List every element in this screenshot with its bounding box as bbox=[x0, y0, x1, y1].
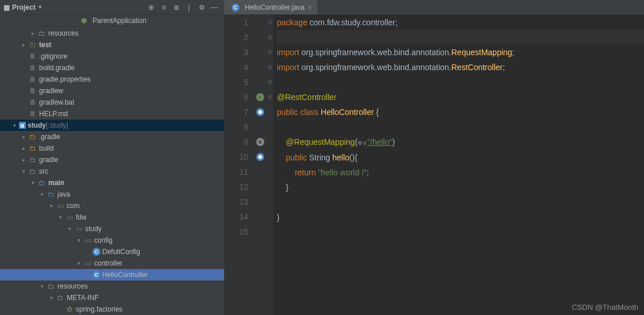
tree-arrow-icon[interactable]: ▸ bbox=[30, 30, 36, 36]
project-title[interactable]: ▦ Project ▼ bbox=[3, 3, 43, 11]
parent-app-label: ParentApplication bbox=[92, 17, 146, 25]
tree-label: HelloController bbox=[102, 271, 148, 279]
tree-arrow-icon[interactable]: ▸ bbox=[21, 134, 26, 140]
tree-label: build bbox=[39, 144, 53, 152]
tree-row-spring-factories[interactable]: ✿spring.factories bbox=[0, 304, 224, 315]
class-icon: C bbox=[232, 3, 240, 11]
code-text[interactable]: package com.fdw.study.controller; import… bbox=[273, 15, 644, 315]
hide-icon[interactable]: — bbox=[208, 1, 221, 14]
tree-label: resources bbox=[57, 282, 88, 290]
sidebar-header: ▦ Project ▼ ⊕ ≡ ≣ | ⚙ — bbox=[0, 0, 224, 15]
tree-arrow-icon[interactable]: ▾ bbox=[48, 203, 54, 209]
tree-label: META-INF bbox=[67, 294, 99, 302]
project-icon: ▦ bbox=[3, 3, 10, 11]
tree-arrow-icon[interactable]: ▸ bbox=[21, 145, 26, 151]
spring-icon: ⬢ bbox=[79, 16, 88, 25]
tree-row-gradle[interactable]: ▸🗀gradle bbox=[0, 154, 224, 166]
tree-arrow-icon[interactable]: ▾ bbox=[57, 214, 63, 220]
tree-row-hellocontroller[interactable]: CHelloController bbox=[0, 269, 224, 281]
tree-row-controller[interactable]: ▾▭controller bbox=[0, 258, 224, 269]
tree-label: build.gradle bbox=[39, 64, 75, 72]
tree-label: gradlew bbox=[39, 87, 63, 95]
tree-row--gradle[interactable]: ▸🗀.gradle bbox=[0, 131, 224, 143]
divider-icon: | bbox=[183, 1, 195, 14]
close-icon[interactable]: × bbox=[308, 3, 312, 11]
tab-hellocontroller[interactable]: C HelloController.java × bbox=[224, 0, 318, 14]
tree-row-gradlew-bat[interactable]: 🗎gradlew.bat bbox=[0, 97, 224, 108]
tree-label: resources bbox=[48, 29, 79, 37]
tab-label: HelloController.java bbox=[245, 3, 304, 11]
project-tree[interactable]: ▸🗀resources▸🗀test🗎.gitignore🗎build.gradl… bbox=[0, 26, 224, 315]
code-area[interactable]: 123456789101112131415 ✓⬢⊕⬢ ⊟⊟⊟⊟⊟⊟ packag… bbox=[224, 15, 644, 315]
tree-label: com bbox=[67, 202, 80, 210]
tree-arrow-icon[interactable]: ▾ bbox=[67, 226, 72, 232]
tree-label: study bbox=[85, 225, 102, 233]
tree-row-src[interactable]: ▾🗀src bbox=[0, 166, 224, 177]
marker-column: ✓⬢⊕⬢ bbox=[255, 15, 267, 315]
tree-label: HELP.md bbox=[39, 110, 68, 118]
tree-label: java bbox=[57, 190, 70, 198]
tree-arrow-icon[interactable]: ▾ bbox=[76, 260, 82, 266]
tree-row-main[interactable]: ▾🗀main bbox=[0, 177, 224, 189]
project-sidebar: ▦ Project ▼ ⊕ ≡ ≣ | ⚙ — ⬢ ParentApplicat… bbox=[0, 0, 224, 315]
tree-row-resources[interactable]: ▾🗀resources bbox=[0, 281, 224, 292]
tree-suffix: [:study] bbox=[46, 121, 68, 129]
tree-arrow-icon[interactable]: ▾ bbox=[21, 168, 26, 174]
tree-row-com[interactable]: ▾▭com bbox=[0, 200, 224, 212]
project-title-label: Project bbox=[12, 3, 36, 11]
tree-row-build[interactable]: ▸🗀build bbox=[0, 143, 224, 154]
gutter-marker-icon[interactable]: ⬢ bbox=[256, 108, 264, 116]
tree-row-fdw[interactable]: ▾▭fdw bbox=[0, 212, 224, 223]
tree-label: fdw bbox=[76, 213, 87, 221]
target-icon[interactable]: ⊕ bbox=[145, 1, 157, 14]
tree-arrow-icon[interactable]: ▾ bbox=[39, 191, 45, 197]
gear-icon[interactable]: ⚙ bbox=[195, 1, 208, 14]
tree-row-help-md[interactable]: 🗎HELP.md bbox=[0, 108, 224, 120]
tree-arrow-icon[interactable]: ▸ bbox=[21, 42, 26, 48]
tree-label: DefultConfig bbox=[102, 248, 140, 256]
collapse-icon[interactable]: ≣ bbox=[170, 1, 183, 14]
line-gutter: 123456789101112131415 bbox=[224, 15, 255, 315]
tree-label: gradle bbox=[39, 156, 58, 164]
tree-label: gradle.properties bbox=[39, 75, 91, 83]
gutter-marker-icon[interactable]: ⬢ bbox=[256, 153, 264, 161]
tree-row-test[interactable]: ▸🗀test bbox=[0, 39, 224, 51]
tree-arrow-icon[interactable]: ▸ bbox=[21, 157, 26, 163]
tree-row-defultconfig[interactable]: CDefultConfig bbox=[0, 246, 224, 258]
editor-tabs: C HelloController.java × bbox=[224, 0, 644, 15]
tree-label: controller bbox=[94, 259, 122, 267]
tree-row-study[interactable]: ▾▭study bbox=[0, 223, 224, 235]
tree-arrow-icon[interactable]: ▾ bbox=[39, 283, 45, 289]
tree-row-resources[interactable]: ▸🗀resources bbox=[0, 28, 224, 39]
chevron-down-icon: ▼ bbox=[38, 5, 43, 10]
tree-row-java[interactable]: ▾🗀java bbox=[0, 189, 224, 200]
expand-icon[interactable]: ≡ bbox=[157, 1, 170, 14]
tree-label: config bbox=[94, 236, 113, 244]
gutter-marker-icon[interactable]: ✓ bbox=[256, 93, 264, 101]
watermark: CSDN @ThatMonth bbox=[572, 303, 638, 312]
fold-column[interactable]: ⊟⊟⊟⊟⊟⊟ bbox=[267, 15, 273, 315]
tree-row-meta-inf[interactable]: ▾🗀META-INF bbox=[0, 292, 224, 304]
tree-label: .gradle bbox=[39, 133, 60, 141]
tree-row-build-gradle[interactable]: 🗎build.gradle bbox=[0, 62, 224, 74]
tree-arrow-icon[interactable]: ▾ bbox=[76, 237, 82, 243]
tree-label: study bbox=[28, 121, 46, 129]
editor-panel: C HelloController.java × 123456789101112… bbox=[224, 0, 644, 315]
tree-label: .gitignore bbox=[39, 52, 67, 60]
tree-label: src bbox=[39, 167, 48, 175]
tree-label: gradlew.bat bbox=[39, 98, 74, 106]
tree-row-study[interactable]: ▾▦study [:study] bbox=[0, 120, 224, 131]
gutter-marker-icon[interactable]: ⊕ bbox=[256, 138, 264, 146]
tree-row-config[interactable]: ▾▭config bbox=[0, 235, 224, 246]
tree-label: test bbox=[39, 41, 51, 49]
tree-row--gitignore[interactable]: 🗎.gitignore bbox=[0, 51, 224, 62]
tree-arrow-icon[interactable]: ▾ bbox=[48, 295, 54, 301]
tree-arrow-icon[interactable]: ▾ bbox=[11, 122, 17, 128]
tree-row-gradle-properties[interactable]: 🗎gradle.properties bbox=[0, 74, 224, 85]
tree-label: main bbox=[48, 179, 64, 187]
tree-label: spring.factories bbox=[76, 305, 122, 313]
tree-arrow-icon[interactable]: ▾ bbox=[30, 180, 36, 186]
parent-application-bar[interactable]: ⬢ ParentApplication bbox=[0, 15, 224, 26]
tree-row-gradlew[interactable]: 🗎gradlew bbox=[0, 85, 224, 97]
